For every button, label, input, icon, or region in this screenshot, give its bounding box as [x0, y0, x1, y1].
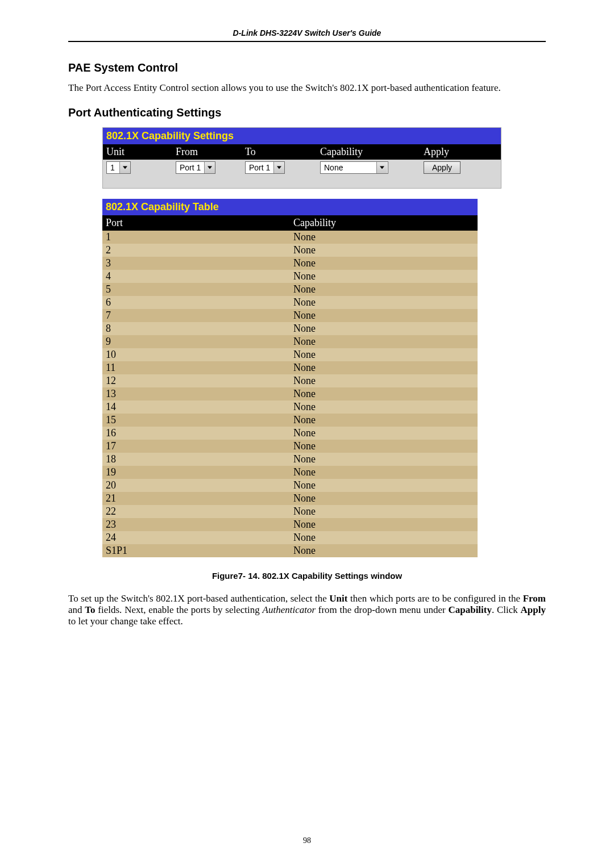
capability-settings-panel: 802.1X Capability Settings Unit From To …	[102, 127, 501, 189]
capability-settings-title: 802.1X Capability Settings	[103, 128, 501, 144]
col-capability: Capability	[290, 215, 478, 231]
capability-table-panel: 802.1X Capability Table Port Capability …	[102, 199, 478, 557]
capability-cell: None	[290, 453, 478, 466]
table-row: 1None	[102, 231, 478, 244]
capability-cell: None	[290, 505, 478, 518]
table-row: 8None	[102, 322, 478, 335]
to-port-select[interactable]: Port 1	[245, 161, 285, 174]
port-cell: 5	[102, 283, 290, 296]
capability-cell: None	[290, 387, 478, 400]
capability-cell: None	[290, 361, 478, 374]
header-rule	[68, 41, 546, 42]
col-from: From	[172, 144, 242, 160]
apply-button[interactable]: Apply	[424, 161, 460, 174]
chevron-down-icon	[273, 162, 284, 173]
svg-marker-3	[380, 166, 384, 169]
table-row: 16None	[102, 427, 478, 440]
table-row: 13None	[102, 387, 478, 400]
capability-select[interactable]: None	[320, 161, 388, 174]
col-port: Port	[102, 215, 290, 231]
text-from: From	[523, 593, 546, 604]
capability-cell: None	[290, 283, 478, 296]
port-cell: 22	[102, 505, 290, 518]
capability-cell: None	[290, 544, 478, 557]
capability-table-header: Port Capability	[102, 215, 478, 231]
chevron-down-icon	[204, 162, 215, 173]
port-cell: 12	[102, 374, 290, 387]
from-port-value: Port 1	[176, 163, 204, 172]
document-header: D-Link DHS-3224V Switch User's Guide	[68, 28, 546, 37]
capability-cell: None	[290, 518, 478, 531]
port-cell: 14	[102, 400, 290, 414]
capability-cell: None	[290, 374, 478, 387]
capability-cell: None	[290, 296, 478, 309]
text: fields. Next, enable the ports by select…	[96, 604, 263, 615]
port-cell: 7	[102, 309, 290, 322]
port-cell: 1	[102, 231, 290, 244]
port-cell: 9	[102, 335, 290, 348]
capability-cell: None	[290, 309, 478, 322]
pae-description: The Port Access Entity Control section a…	[68, 82, 546, 94]
port-cell: 8	[102, 322, 290, 335]
capability-cell: None	[290, 492, 478, 505]
port-cell: 18	[102, 453, 290, 466]
text-authenticator: Authenticator	[263, 604, 316, 615]
table-row: 20None	[102, 479, 478, 492]
instructions-paragraph: To set up the Switch's 802.1X port-based…	[68, 593, 546, 627]
chevron-down-icon	[376, 162, 387, 173]
svg-marker-0	[123, 166, 127, 169]
col-to: To	[242, 144, 317, 160]
text-to: To	[85, 604, 95, 615]
unit-select[interactable]: 1	[106, 161, 131, 174]
port-cell: 20	[102, 479, 290, 492]
table-row: 21None	[102, 492, 478, 505]
port-cell: 11	[102, 361, 290, 374]
unit-select-value: 1	[107, 163, 119, 172]
capability-cell: None	[290, 531, 478, 544]
text: . Click	[492, 604, 521, 615]
capability-cell: None	[290, 257, 478, 270]
table-row: 17None	[102, 440, 478, 453]
col-unit: Unit	[103, 144, 172, 160]
to-port-value: Port 1	[246, 163, 273, 172]
port-cell: 24	[102, 531, 290, 544]
col-capability: Capability	[317, 144, 420, 160]
port-cell: 15	[102, 414, 290, 427]
port-cell: 10	[102, 348, 290, 361]
col-apply: Apply	[420, 144, 501, 160]
capability-table-title: 802.1X Capability Table	[102, 199, 478, 215]
port-cell: 4	[102, 270, 290, 283]
port-cell: 21	[102, 492, 290, 505]
port-cell: 16	[102, 427, 290, 440]
chevron-down-icon	[119, 162, 130, 173]
text: and	[68, 604, 85, 615]
table-row: 15None	[102, 414, 478, 427]
capability-cell: None	[290, 466, 478, 479]
text-unit: Unit	[329, 593, 347, 604]
from-port-select[interactable]: Port 1	[176, 161, 215, 174]
table-row: 19None	[102, 466, 478, 479]
capability-cell: None	[290, 348, 478, 361]
port-cell: 13	[102, 387, 290, 400]
settings-header-row: Unit From To Capability Apply	[103, 144, 501, 160]
port-cell: S1P1	[102, 544, 290, 557]
text: then which ports are to be configured in…	[347, 593, 522, 604]
port-cell: 6	[102, 296, 290, 309]
settings-controls-row: 1 Port 1 Port	[103, 160, 501, 176]
text: to let your change take effect.	[68, 616, 183, 627]
port-cell: 23	[102, 518, 290, 531]
text: from the drop-down menu under	[316, 604, 448, 615]
capability-cell: None	[290, 335, 478, 348]
capability-cell: None	[290, 400, 478, 414]
table-row: 18None	[102, 453, 478, 466]
text-apply: Apply	[521, 604, 546, 615]
text-capability: Capability	[448, 604, 492, 615]
capability-cell: None	[290, 414, 478, 427]
port-cell: 19	[102, 466, 290, 479]
table-row: 7None	[102, 309, 478, 322]
pae-heading: PAE System Control	[68, 61, 546, 74]
capability-cell: None	[290, 479, 478, 492]
table-row: 11None	[102, 361, 478, 374]
figure-caption: Figure7- 14. 802.1X Capability Settings …	[68, 571, 546, 581]
port-cell: 2	[102, 244, 290, 257]
